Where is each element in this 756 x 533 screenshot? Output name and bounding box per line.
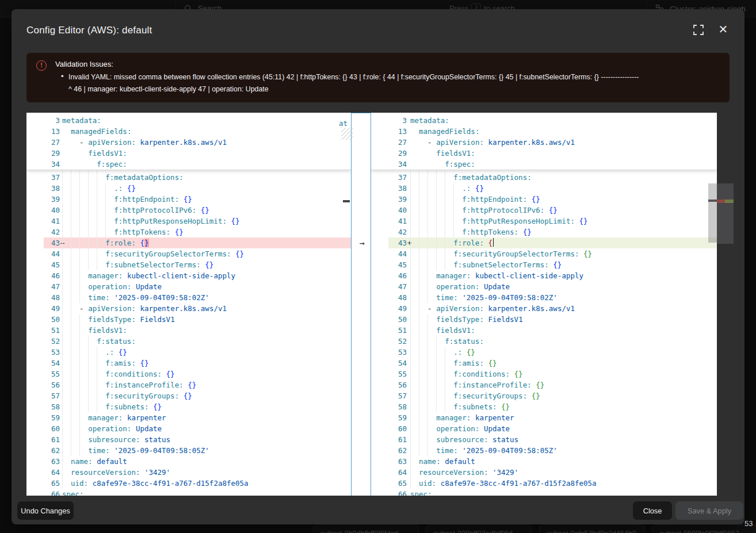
code-line-right-59[interactable]: 59manager:karpenter — [371, 412, 717, 423]
line-number: 57 — [26, 390, 60, 401]
code-line-right-57[interactable]: 57f:securityGroups:{} — [371, 390, 717, 401]
line-number: 46 — [26, 270, 60, 281]
code-line-right-52[interactable]: 52f:status: — [371, 336, 717, 347]
line-number: 57 — [371, 390, 407, 401]
code-line-right-40[interactable]: 40f:httpProtocolIPv6:{} — [371, 205, 717, 216]
line-number: 59 — [26, 412, 60, 423]
code-line-left-65[interactable]: 65uid:c8afe97e-38cc-4f91-a767-d15f2a8fe0… — [26, 478, 351, 489]
code-line-left-51[interactable]: 51fieldsV1: — [26, 325, 351, 336]
line-number: 62 — [26, 445, 60, 456]
code-line-left-59[interactable]: 59manager:karpenter — [26, 412, 351, 423]
code-line-right-39[interactable]: 39f:httpEndpoint:{} — [371, 194, 717, 205]
code-line-right-48[interactable]: 48time:'2025-09-04T09:58:02Z' — [371, 292, 717, 303]
validation-message-line1: Invalid YAML: missed comma between flow … — [68, 73, 639, 81]
code-line-right-60[interactable]: 60operation:Update — [371, 423, 717, 434]
code-line-right-58[interactable]: 58f:subnets:{} — [371, 401, 717, 412]
code-line-left-55[interactable]: 55f:conditions:{} — [26, 369, 351, 379]
ruler-deletion-mark — [717, 200, 725, 203]
code-line-left-58[interactable]: 58f:subnets:{} — [26, 401, 351, 412]
code-line-right-63[interactable]: 63name:default — [371, 456, 717, 467]
code-line-right-51[interactable]: 51fieldsV1: — [371, 325, 717, 336]
line-number: 41 — [26, 216, 60, 227]
code-line-left-57[interactable]: 57f:securityGroups:{} — [26, 390, 351, 401]
code-line-left-53[interactable]: 53.:{} — [26, 347, 351, 358]
code-line-left-41[interactable]: 41f:httpPutResponseHopLimit:{} — [26, 216, 351, 227]
line-number: 51 — [371, 325, 407, 336]
code-line-right-61[interactable]: 61subresource:status — [371, 434, 717, 445]
code-line-right-46[interactable]: 46manager:kubectl-client-side-apply — [371, 270, 717, 281]
code-line-left-38[interactable]: 38.:{} — [26, 183, 351, 194]
code-line-right-64[interactable]: 64resourceVersion:'3429' — [371, 467, 717, 478]
code-line-left-37[interactable]: 37f:metadataOptions: — [26, 172, 351, 183]
line-number: 39 — [26, 194, 60, 205]
line-number: 44 — [26, 248, 60, 259]
code-line-left-66[interactable]: 66spec: — [26, 489, 351, 496]
code-line-right-53[interactable]: 53.:{} — [371, 347, 717, 358]
line-number: 42 — [371, 227, 407, 237]
validation-title: Validation Issues: — [55, 60, 113, 68]
line-number: 47 — [26, 281, 60, 292]
code-line-right-42[interactable]: 42f:httpTokens:{} — [371, 227, 717, 237]
code-line-left-49[interactable]: 49- apiVersion:karpenter.k8s.aws/v1 — [26, 303, 351, 314]
code-line-right-66[interactable]: 66spec: — [371, 489, 717, 496]
diff-pane-modified[interactable]: 36.:{}37f:metadataOptions:38.:{}39f:http… — [371, 113, 717, 496]
code-line-left-40[interactable]: 40f:httpProtocolIPv6:{} — [26, 205, 351, 216]
code-line-right-45[interactable]: 45f:subnetSelectorTerms:{} — [371, 259, 717, 270]
scrollbar-slider[interactable] — [708, 183, 717, 243]
code-line-left-56[interactable]: 56f:instanceProfile:{} — [26, 379, 351, 390]
code-line-right-43[interactable]: 43+f:role:{ — [371, 237, 717, 248]
line-number: 54 — [26, 358, 60, 369]
line-number: 55 — [371, 369, 407, 379]
code-line-left-54[interactable]: 54f:amis:{} — [26, 358, 351, 369]
code-line-left-45[interactable]: 45f:subnetSelectorTerms:{} — [26, 259, 351, 270]
sticky-line: 34f:spec: — [26, 159, 351, 170]
close-icon[interactable]: ✕ — [716, 21, 731, 37]
code-line-right-54[interactable]: 54f:amis:{} — [371, 358, 717, 369]
error-icon: ! — [36, 60, 47, 71]
overview-mark — [708, 200, 717, 202]
code-line-right-62[interactable]: 62time:'2025-09-04T09:58:05Z' — [371, 445, 717, 456]
line-number: 52 — [371, 336, 407, 347]
clipped-background-text: 53 — [744, 519, 753, 528]
code-line-left-42[interactable]: 42f:httpTokens:{} — [26, 227, 351, 237]
code-line-left-39[interactable]: 39f:httpEndpoint:{} — [26, 194, 351, 205]
undo-changes-button[interactable]: Undo Changes — [17, 501, 74, 520]
diff-overview-ruler[interactable] — [717, 113, 734, 496]
code-line-right-65[interactable]: 65uid:c8afe97e-38cc-4f91-a767-d15f2a8fe0… — [371, 478, 717, 489]
close-button[interactable]: Close — [633, 501, 672, 520]
code-line-left-48[interactable]: 48time:'2025-09-04T09:58:02Z' — [26, 292, 351, 303]
sticky-line: 13managedFields: — [26, 126, 351, 137]
code-line-right-44[interactable]: 44f:securityGroupSelectorTerms:{} — [371, 248, 717, 259]
code-line-left-63[interactable]: 63name:default — [26, 456, 351, 467]
code-line-right-37[interactable]: 37f:metadataOptions: — [371, 172, 717, 183]
code-line-left-64[interactable]: 64resourceVersion:'3429' — [26, 467, 351, 478]
revert-arrow-icon[interactable]: → — [356, 238, 368, 249]
line-number: 43 — [371, 237, 407, 248]
line-number: 58 — [26, 401, 60, 412]
code-line-left-46[interactable]: 46manager:kubectl-client-side-apply — [26, 270, 351, 281]
line-number: 48 — [26, 292, 60, 303]
code-line-left-52[interactable]: 52f:status: — [26, 336, 351, 347]
line-number: 38 — [26, 183, 60, 194]
line-number: 51 — [26, 325, 60, 336]
save-apply-button[interactable]: Save & Apply — [675, 501, 743, 520]
code-line-left-47[interactable]: 47operation:Update — [26, 281, 351, 292]
code-line-left-62[interactable]: 62time:'2025-09-04T09:58:05Z' — [26, 445, 351, 456]
code-line-left-44[interactable]: 44f:securityGroupSelectorTerms:{} — [26, 248, 351, 259]
line-number: 46 — [371, 270, 407, 281]
code-line-left-43[interactable]: 43−f:role:{} — [26, 237, 351, 248]
code-line-right-41[interactable]: 41f:httpPutResponseHopLimit:{} — [371, 216, 717, 227]
fullscreen-button[interactable] — [693, 24, 707, 38]
code-line-right-56[interactable]: 56f:instanceProfile:{} — [371, 379, 717, 390]
code-line-right-55[interactable]: 55f:conditions:{} — [371, 369, 717, 379]
code-line-left-61[interactable]: 61subresource:status — [26, 434, 351, 445]
code-line-right-38[interactable]: 38.:{} — [371, 183, 717, 194]
diff-sash[interactable]: → — [351, 113, 371, 496]
code-line-right-50[interactable]: 50fieldsType:FieldsV1 — [371, 314, 717, 325]
yaml-diff-editor[interactable]: 36.:{}37f:metadataOptions:38.:{}39f:http… — [26, 113, 734, 496]
code-line-left-60[interactable]: 60operation:Update — [26, 423, 351, 434]
code-line-right-47[interactable]: 47operation:Update — [371, 281, 717, 292]
diff-pane-original[interactable]: 36.:{}37f:metadataOptions:38.:{}39f:http… — [26, 113, 351, 496]
code-line-right-49[interactable]: 49- apiVersion:karpenter.k8s.aws/v1 — [371, 303, 717, 314]
code-line-left-50[interactable]: 50fieldsType:FieldsV1 — [26, 314, 351, 325]
